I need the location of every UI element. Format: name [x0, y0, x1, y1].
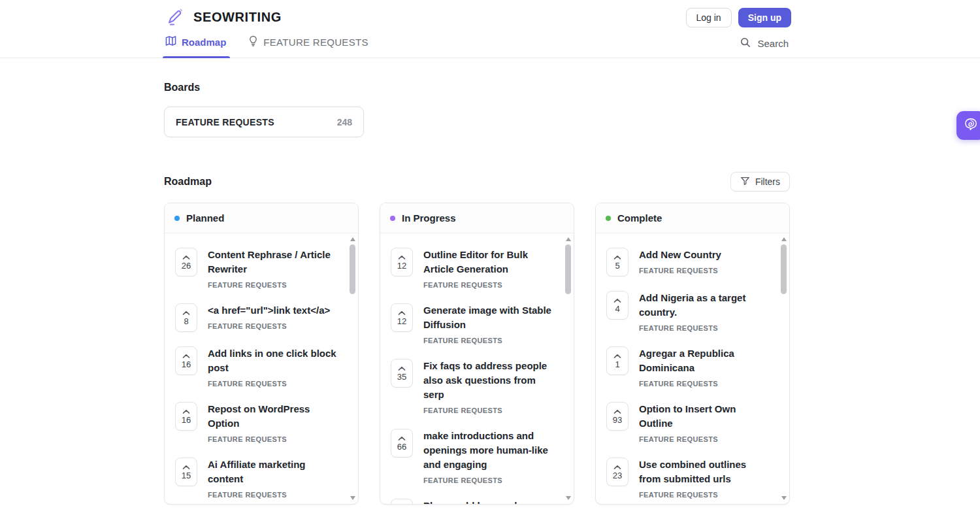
- scroll-down-arrow-icon[interactable]: [350, 496, 355, 500]
- column-title: Complete: [617, 212, 662, 224]
- upvote-button[interactable]: 26: [175, 248, 197, 276]
- feature-card[interactable]: 35 Fix faqs to address people also ask q…: [391, 359, 554, 414]
- vote-count: 66: [397, 442, 406, 451]
- upvote-button[interactable]: 12: [391, 303, 413, 332]
- upvote-button[interactable]: 16: [175, 346, 197, 375]
- tab-feature-requests[interactable]: FEATURE REQUESTS: [247, 35, 370, 58]
- roadmap-columns: Planned 26 Content Rephrase / Article Re…: [164, 203, 790, 505]
- scroll-down-arrow-icon[interactable]: [781, 496, 787, 500]
- scroll-up-arrow-icon[interactable]: [566, 237, 571, 241]
- feature-card[interactable]: Please add keywords as FEATURE REQUESTS: [391, 499, 554, 504]
- vote-count: 23: [613, 471, 622, 480]
- feature-card[interactable]: 66 make introductions and openings more …: [391, 429, 554, 484]
- filters-button[interactable]: Filters: [730, 172, 790, 192]
- scroll-down-arrow-icon[interactable]: [566, 496, 571, 500]
- assistant-widget-button[interactable]: [956, 111, 980, 140]
- card-title[interactable]: Fix faqs to address people also ask ques…: [423, 359, 554, 402]
- column-title: Planned: [186, 212, 224, 224]
- upvote-button[interactable]: 93: [606, 402, 629, 431]
- upvote-button[interactable]: 23: [606, 458, 629, 486]
- card-title[interactable]: Outline Editor for Bulk Article Generati…: [423, 248, 554, 276]
- chevron-up-icon: [398, 310, 406, 316]
- tab-feature-requests-label: FEATURE REQUESTS: [263, 37, 368, 48]
- feature-card[interactable]: 26 Content Rephrase / Article Rewriter F…: [175, 248, 338, 289]
- feature-card[interactable]: 16 Add links in one click block post FEA…: [175, 346, 338, 388]
- card-board-label: FEATURE REQUESTS: [423, 281, 554, 289]
- scrollbar[interactable]: [564, 235, 572, 502]
- pencil-icon: [164, 6, 186, 28]
- feature-card[interactable]: 12 Outline Editor for Bulk Article Gener…: [391, 248, 554, 289]
- feature-card[interactable]: 15 Ai Affiliate marketing content FEATUR…: [175, 458, 338, 499]
- scroll-thumb[interactable]: [350, 244, 355, 294]
- roadmap-heading: Roadmap: [164, 176, 212, 188]
- chevron-up-icon: [182, 354, 190, 359]
- feature-card[interactable]: 16 Repost on WordPress Option FEATURE RE…: [175, 402, 338, 443]
- card-title[interactable]: Option to Insert Own Outline: [639, 402, 770, 431]
- chevron-up-icon: [182, 409, 190, 414]
- card-title[interactable]: make introductions and openings more hum…: [423, 429, 554, 472]
- column-cards: 26 Content Rephrase / Article Rewriter F…: [165, 233, 358, 499]
- upvote-button[interactable]: 16: [175, 402, 197, 431]
- card-title[interactable]: Content Rephrase / Article Rewriter: [208, 248, 338, 276]
- card-title[interactable]: Repost on WordPress Option: [208, 402, 338, 431]
- feature-card[interactable]: 8 <a href="url">link text</a> FEATURE RE…: [175, 303, 338, 332]
- card-title[interactable]: Ai Affiliate marketing content: [208, 458, 338, 486]
- card-title[interactable]: Generate image with Stable Diffusion: [423, 303, 554, 332]
- card-board-label: FEATURE REQUESTS: [639, 324, 770, 332]
- vote-count: 93: [613, 416, 622, 424]
- vote-count: 8: [184, 317, 188, 325]
- board-item-name: FEATURE REQUESTS: [176, 117, 274, 127]
- scroll-thumb[interactable]: [565, 244, 571, 294]
- upvote-button[interactable]: 4: [606, 291, 629, 320]
- chevron-up-icon: [398, 255, 406, 260]
- search-button[interactable]: Search: [740, 37, 789, 50]
- card-title[interactable]: Use combined outlines from submitted url…: [639, 458, 770, 486]
- upvote-button[interactable]: 1: [606, 346, 629, 375]
- card-title[interactable]: Add links in one click block post: [208, 346, 338, 375]
- feature-card[interactable]: 12 Generate image with Stable Diffusion …: [391, 303, 554, 344]
- scroll-up-arrow-icon[interactable]: [781, 237, 787, 241]
- card-board-label: FEATURE REQUESTS: [208, 380, 338, 388]
- feature-card[interactable]: 4 Add Nigeria as a target country. FEATU…: [606, 291, 770, 332]
- feature-card[interactable]: 93 Option to Insert Own Outline FEATURE …: [606, 402, 770, 443]
- feature-card[interactable]: 23 Use combined outlines from submitted …: [606, 458, 770, 499]
- tab-roadmap[interactable]: Roadmap: [164, 35, 229, 58]
- scrollbar[interactable]: [780, 235, 788, 502]
- upvote-button[interactable]: 35: [391, 359, 413, 388]
- scrollbar[interactable]: [349, 235, 357, 502]
- card-board-label: FEATURE REQUESTS: [208, 281, 338, 289]
- card-title[interactable]: Add Nigeria as a target country.: [639, 291, 770, 320]
- chevron-up-icon: [613, 298, 621, 303]
- scroll-thumb[interactable]: [781, 244, 787, 294]
- vote-count: 15: [182, 471, 191, 480]
- upvote-button[interactable]: 66: [391, 429, 413, 458]
- vote-count: 5: [615, 261, 619, 270]
- upvote-button[interactable]: 8: [175, 303, 197, 332]
- card-title[interactable]: Please add keywords as: [423, 499, 554, 504]
- chevron-up-icon: [613, 354, 621, 359]
- column-header: Planned: [165, 203, 358, 233]
- upvote-button[interactable]: 5: [606, 248, 629, 276]
- feature-card[interactable]: 1 Agregar a Republica Dominicana FEATURE…: [606, 346, 770, 388]
- column-cards: 5 Add New Country FEATURE REQUESTS 4 Add…: [596, 233, 789, 499]
- login-button[interactable]: Log in: [686, 8, 732, 27]
- roadmap-column-planned: Planned 26 Content Rephrase / Article Re…: [164, 203, 359, 505]
- column-cards: 12 Outline Editor for Bulk Article Gener…: [380, 233, 574, 504]
- card-title[interactable]: Agregar a Republica Dominicana: [639, 346, 770, 375]
- feature-card[interactable]: 5 Add New Country FEATURE REQUESTS: [606, 248, 770, 276]
- scroll-up-arrow-icon[interactable]: [350, 237, 355, 241]
- upvote-button[interactable]: 12: [391, 248, 413, 276]
- signup-button[interactable]: Sign up: [738, 8, 791, 27]
- vote-count: 4: [615, 305, 619, 313]
- chevron-up-icon: [398, 366, 406, 371]
- vote-count: 16: [182, 360, 191, 369]
- status-dot: [174, 216, 180, 221]
- card-title[interactable]: Add New Country: [639, 248, 770, 262]
- board-item-feature-requests[interactable]: FEATURE REQUESTS 248: [164, 107, 364, 137]
- chevron-up-icon: [182, 465, 190, 470]
- card-title[interactable]: <a href="url">link text</a>: [208, 303, 338, 318]
- upvote-button[interactable]: [391, 499, 413, 504]
- column-header: In Progress: [380, 203, 574, 233]
- card-board-label: FEATURE REQUESTS: [639, 380, 770, 388]
- upvote-button[interactable]: 15: [175, 458, 197, 486]
